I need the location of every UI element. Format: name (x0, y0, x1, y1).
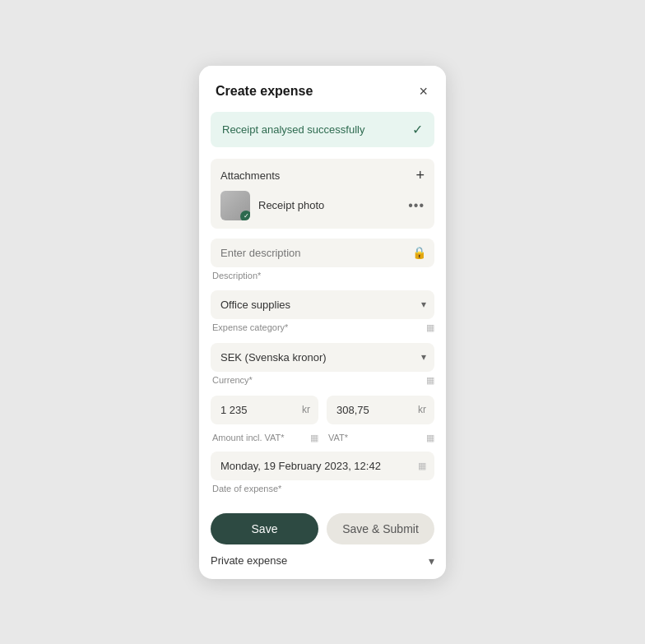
success-check-icon: ✓ (412, 122, 423, 137)
currency-select[interactable]: SEK (Svenska kronor) (211, 343, 434, 372)
save-submit-button[interactable]: Save & Submit (327, 513, 434, 544)
currency-label-row: Currency* ▦ (211, 375, 434, 386)
description-input[interactable] (211, 239, 434, 267)
modal-title: Create expense (216, 84, 313, 99)
private-expense-row[interactable]: Private expense ▾ (199, 551, 446, 579)
currency-label: Currency* (212, 375, 253, 385)
vat-label-row: VAT* ▦ (327, 433, 434, 443)
success-banner: Receipt analysed successfully ✓ (211, 112, 434, 147)
vat-label-group: VAT* ▦ (327, 429, 434, 443)
amount-incl-vat-suffix: kr (302, 404, 310, 415)
receipt-options-icon[interactable]: ••• (408, 198, 425, 213)
expense-category-group: Office supplies ▾ Expense category* ▦ (211, 290, 434, 333)
save-button[interactable]: Save (211, 513, 318, 544)
success-text: Receipt analysed successfully (222, 123, 364, 136)
vat-group: kr (327, 396, 434, 424)
form-section: 🔒 Description* Office supplies ▾ Expense… (199, 239, 446, 493)
currency-group: SEK (Svenska kronor) ▾ Currency* ▦ (211, 343, 434, 386)
vat-info-icon: ▦ (426, 433, 434, 443)
description-group: 🔒 Description* (211, 239, 434, 280)
expense-category-label: Expense category* (212, 322, 288, 332)
amount-incl-vat-label-group: Amount incl. VAT* ▦ (211, 429, 318, 443)
vat-suffix: kr (418, 404, 426, 415)
amount-incl-vat-label-row: Amount incl. VAT* ▦ (211, 433, 318, 443)
amount-row: kr kr (211, 396, 434, 424)
attachments-label: Attachments (220, 169, 280, 182)
create-expense-modal: Create expense × Receipt analysed succes… (199, 66, 446, 579)
description-wrapper: 🔒 (211, 239, 434, 267)
date-input[interactable] (211, 452, 434, 480)
description-label: Description* (211, 271, 434, 280)
amount-incl-vat-wrapper: kr (211, 396, 318, 424)
date-group: ▦ Date of expense* (211, 452, 434, 493)
currency-info-icon: ▦ (426, 375, 434, 386)
date-edit-icon: ▦ (418, 461, 426, 471)
attachments-header: Attachments + (220, 167, 425, 184)
receipt-item: ✓ Receipt photo ••• (220, 191, 425, 220)
receipt-thumbnail: ✓ (220, 191, 250, 220)
attachments-section: Attachments + ✓ Receipt photo ••• (211, 159, 434, 229)
modal-header: Create expense × (199, 66, 446, 112)
vat-wrapper: kr (327, 396, 434, 424)
private-expense-label: Private expense (211, 554, 287, 567)
date-wrapper: ▦ (211, 452, 434, 480)
close-button[interactable]: × (417, 82, 429, 100)
footer-buttons: Save Save & Submit (199, 503, 446, 551)
amount-info-icon: ▦ (310, 433, 318, 443)
add-attachment-icon[interactable]: + (415, 167, 425, 184)
receipt-check-icon: ✓ (240, 211, 250, 220)
expense-category-wrapper: Office supplies ▾ (211, 290, 434, 319)
receipt-name: Receipt photo (258, 199, 408, 211)
amount-incl-vat-label: Amount incl. VAT* (212, 433, 285, 442)
vat-label: VAT* (328, 433, 348, 442)
expense-category-select[interactable]: Office supplies (211, 290, 434, 319)
amount-labels-row: Amount incl. VAT* ▦ VAT* ▦ (211, 429, 434, 443)
currency-wrapper: SEK (Svenska kronor) ▾ (211, 343, 434, 372)
date-label: Date of expense* (211, 484, 434, 493)
expense-category-label-row: Expense category* ▦ (211, 322, 434, 333)
private-expense-chevron-icon: ▾ (429, 554, 434, 568)
category-info-icon: ▦ (426, 322, 434, 333)
amount-incl-vat-group: kr (211, 396, 318, 424)
lock-icon: 🔒 (412, 246, 426, 259)
